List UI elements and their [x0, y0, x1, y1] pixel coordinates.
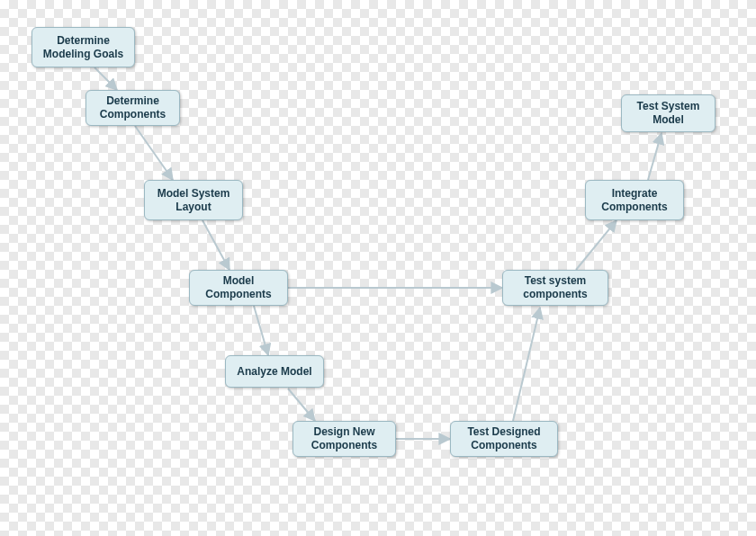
node-test-system-model: Test System Model — [621, 94, 716, 132]
node-determine-components: Determine Components — [86, 90, 180, 126]
node-test-designed-components: Test Designed Components — [450, 421, 558, 457]
node-design-new-components: Design New Components — [292, 421, 396, 457]
diagram-canvas: Determine Modeling Goals Determine Compo… — [0, 0, 756, 536]
node-model-components: Model Components — [189, 270, 288, 306]
node-test-system-components: Test system components — [502, 270, 608, 306]
node-integrate-components: Integrate Components — [585, 180, 684, 220]
node-analyze-model: Analyze Model — [225, 355, 324, 388]
node-model-system-layout: Model System Layout — [144, 180, 243, 220]
node-determine-modeling-goals: Determine Modeling Goals — [32, 27, 135, 67]
